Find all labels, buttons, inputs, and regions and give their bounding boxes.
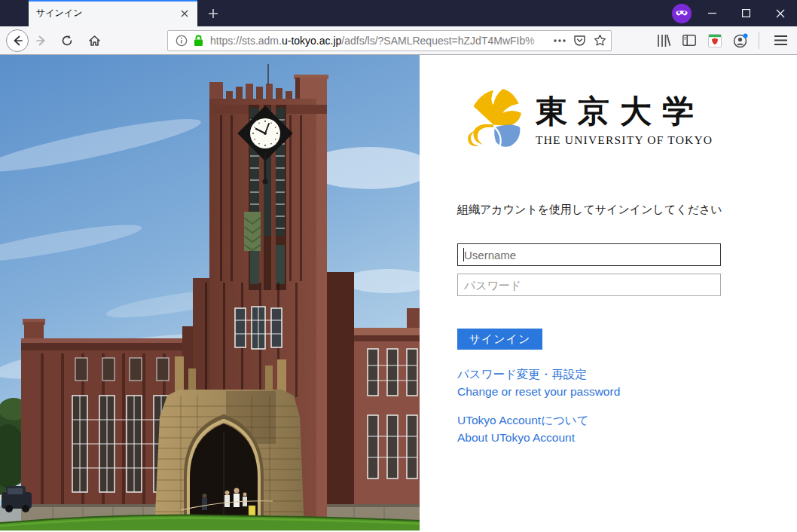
bookmark-star-icon[interactable] (594, 34, 606, 47)
new-tab-icon[interactable] (202, 0, 224, 26)
private-browsing-mask-icon (668, 0, 695, 26)
signin-instruction: 組織アカウントを使用してサインインしてください (457, 203, 722, 217)
tab-signin[interactable]: サインイン (29, 0, 197, 26)
password-input[interactable] (457, 274, 721, 296)
url-domain: u-tokyo.ac.jp (282, 35, 341, 47)
navigation-toolbar: https://sts.adm.u-tokyo.ac.jp/adfs/ls/?S… (0, 26, 797, 55)
tab-bar: サインイン (0, 0, 797, 26)
page-actions-icon[interactable] (554, 39, 566, 42)
url-scheme: https://sts.adm. (210, 35, 282, 47)
link-gap (457, 400, 620, 411)
extension-icon[interactable] (704, 30, 725, 51)
signin-button[interactable]: サインイン (457, 329, 542, 350)
maximize-button[interactable] (729, 0, 763, 26)
ginkgo-leaf-icon (460, 84, 527, 153)
tab-close-icon[interactable] (178, 7, 191, 20)
close-button[interactable] (763, 0, 797, 26)
back-icon[interactable] (6, 29, 29, 52)
campus-photo (0, 55, 420, 530)
titlebar-drag-area (224, 0, 668, 26)
text-caret (463, 248, 464, 261)
signin-panel: 東京大学 THE UNIVERSITY OF TOKYO 組織アカウントを使用し… (420, 55, 797, 532)
page-content: 東京大学 THE UNIVERSITY OF TOKYO 組織アカウントを使用し… (0, 55, 797, 532)
home-icon[interactable] (84, 31, 104, 50)
url-bar[interactable]: https://sts.adm.u-tokyo.ac.jp/adfs/ls/?S… (167, 30, 612, 51)
link-password-reset-en[interactable]: Change or reset your password (457, 383, 620, 400)
minimize-button[interactable] (695, 0, 729, 26)
help-links: パスワード変更・再設定 Change or reset your passwor… (457, 365, 620, 446)
forward-icon[interactable] (32, 31, 51, 50)
sidebar-icon[interactable] (679, 30, 700, 51)
logo-english: THE UNIVERSITY OF TOKYO (536, 133, 713, 147)
lock-icon[interactable] (193, 35, 204, 47)
info-icon[interactable] (176, 35, 188, 47)
link-about-account-en[interactable]: About UTokyo Account (457, 429, 620, 446)
toolbar-divider (759, 32, 759, 49)
link-about-account-ja[interactable]: UTokyo Accountについて (457, 411, 620, 429)
logo-text: 東京大学 THE UNIVERSITY OF TOKYO (536, 90, 713, 147)
url-text: https://sts.adm.u-tokyo.ac.jp/adfs/ls/?S… (210, 35, 546, 47)
link-password-reset-ja[interactable]: パスワード変更・再設定 (457, 365, 620, 383)
library-icon[interactable] (653, 30, 674, 51)
logo-kanji: 東京大学 (536, 90, 713, 133)
tab-title: サインイン (36, 7, 178, 20)
username-input[interactable] (457, 243, 721, 266)
reload-icon[interactable] (57, 31, 77, 50)
utokyo-logo: 東京大学 THE UNIVERSITY OF TOKYO (460, 84, 713, 153)
url-path: /adfs/ls/?SAMLRequest=hZJdT4MwFIb% (341, 35, 534, 47)
account-icon[interactable] (730, 30, 751, 51)
menu-icon[interactable] (770, 30, 791, 51)
pocket-icon[interactable] (573, 34, 586, 47)
browser-window: サインイン (0, 0, 797, 532)
